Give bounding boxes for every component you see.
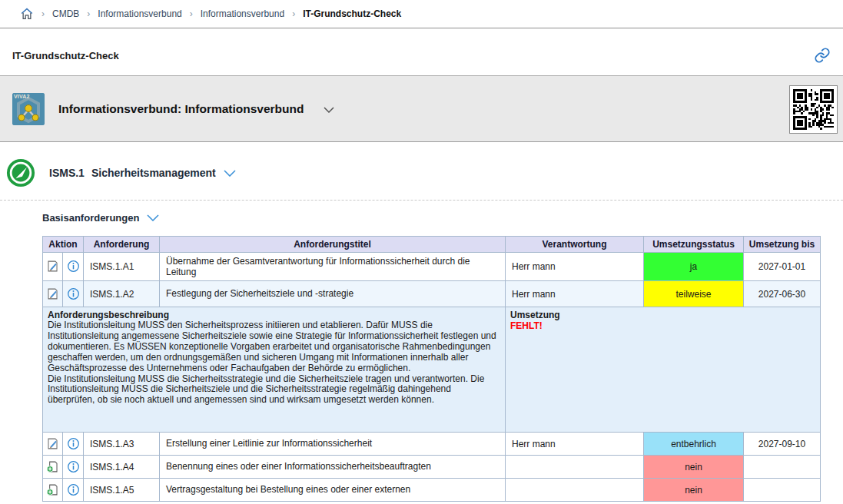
breadcrumb-cmdb[interactable]: CMDB <box>52 8 79 19</box>
edit-document-icon[interactable] <box>46 260 60 274</box>
status-cell: teilweise <box>644 281 744 307</box>
col-header-anforderungstitel: Anforderungstitel <box>160 237 506 253</box>
table-row: ISMS.1.A1 Übernahme der Gesamtverantwort… <box>43 253 821 281</box>
due-date <box>744 479 821 502</box>
info-icon[interactable] <box>66 437 80 451</box>
isms-chevron-down-icon[interactable] <box>224 166 236 180</box>
table-row: ISMS.1.A3 Erstellung einer Leitlinie zur… <box>43 433 821 456</box>
info-icon[interactable] <box>66 483 80 497</box>
due-date: 2027-01-01 <box>744 253 821 281</box>
due-date <box>744 456 821 479</box>
table-header-row: Aktion Anforderung Anforderungstitel Ver… <box>43 237 821 253</box>
edit-document-icon[interactable] <box>46 287 60 301</box>
breadcrumb: › CMDB › Informationsverbund › Informati… <box>0 0 843 28</box>
add-document-icon[interactable] <box>46 460 60 474</box>
requirement-id: ISMS.1.A1 <box>84 253 160 281</box>
breadcrumb-separator: › <box>190 8 193 19</box>
dashed-separator <box>0 200 843 201</box>
implementation-cell: Umsetzung FEHLT! <box>506 307 821 433</box>
description-paragraph: Die Institutionsleitung MUSS den Sicherh… <box>48 320 500 374</box>
breadcrumb-separator: › <box>41 8 45 19</box>
breadcrumb-separator: › <box>87 8 90 19</box>
edit-document-icon[interactable] <box>46 437 60 451</box>
requirement-responsible: Herr mann <box>506 281 644 307</box>
requirement-title: Vertragsgestaltung bei Bestellung eines … <box>160 479 506 502</box>
requirement-responsible: Herr mann <box>506 253 644 281</box>
info-icon[interactable] <box>66 260 80 274</box>
table-row: ISMS.1.A5 Vertragsgestaltung bei Bestell… <box>43 479 821 502</box>
status-cell: entbehrlich <box>644 433 744 456</box>
due-date: 2027-06-30 <box>744 281 821 307</box>
requirement-description-row: Anforderungsbeschreibung Die Institution… <box>43 307 821 433</box>
due-date: 2027-09-10 <box>744 433 821 456</box>
page-title: IT-Grundschutz-Check <box>12 50 119 61</box>
status-cell: ja <box>644 253 744 281</box>
object-icon-label: VIVA2 <box>14 94 30 99</box>
requirement-id: ISMS.1.A3 <box>84 433 160 456</box>
requirement-title: Festlegung der Sicherheitsziele und -str… <box>160 281 506 307</box>
requirement-responsible <box>506 479 644 502</box>
qr-code <box>789 85 838 134</box>
title-bar: IT-Grundschutz-Check <box>0 28 843 75</box>
add-document-icon[interactable] <box>46 483 60 497</box>
basisanforderungen-chevron-down-icon[interactable] <box>147 211 159 224</box>
info-icon[interactable] <box>66 460 80 474</box>
requirement-title: Benennung eines oder einer Informationss… <box>160 456 506 479</box>
isms-section-title: ISMS.1Sicherheitsmanagement <box>49 167 216 179</box>
description-paragraph: Die Institutionsleitung MUSS die Sicherh… <box>48 374 500 406</box>
requirement-id: ISMS.1.A5 <box>84 479 160 502</box>
requirement-id: ISMS.1.A4 <box>84 456 160 479</box>
table-row: ISMS.1.A4 Benennung eines oder einer Inf… <box>43 456 821 479</box>
object-banner: VIVA2 Informationsverbund: Informationsv… <box>0 75 843 142</box>
requirement-responsible <box>506 456 644 479</box>
info-icon[interactable] <box>66 287 80 301</box>
isms-section-name: Sicherheitsmanagement <box>91 167 216 179</box>
implementation-heading: Umsetzung <box>510 310 815 320</box>
col-header-verantwortung: Verantwortung <box>506 237 644 253</box>
isms-section-header: ISMS.1Sicherheitsmanagement <box>6 158 843 187</box>
object-title: Informationsverbund: Informationsverbund <box>58 102 304 116</box>
requirements-table: Aktion Anforderung Anforderungstitel Ver… <box>42 236 821 502</box>
requirement-id: ISMS.1.A2 <box>84 281 160 307</box>
status-cell: nein <box>644 479 744 502</box>
informationsverbund-object-icon: VIVA2 <box>12 93 45 125</box>
col-header-umsetzung-bis: Umsetzung bis <box>744 237 821 253</box>
col-header-anforderung: Anforderung <box>84 237 160 253</box>
status-cell: nein <box>644 456 744 479</box>
requirement-title: Erstellung einer Leitlinie zur Informati… <box>160 433 506 456</box>
breadcrumb-current: IT-Grundschutz-Check <box>303 8 401 19</box>
requirement-title: Übernahme der Gesamtverantwortung für In… <box>160 253 506 281</box>
basisanforderungen-label: Basisanforderungen <box>42 212 139 224</box>
requirement-responsible: Herr mann <box>506 433 644 456</box>
home-icon[interactable] <box>20 7 34 21</box>
permalink-icon[interactable] <box>814 47 831 64</box>
description-heading: Anforderungsbeschreibung <box>48 310 500 320</box>
breadcrumb-informationsverbund-type[interactable]: Informationsverbund <box>98 8 181 19</box>
breadcrumb-separator: › <box>292 8 295 19</box>
implementation-missing-value: FEHLT! <box>510 320 815 331</box>
table-row: ISMS.1.A2 Festlegung der Sicherheitsziel… <box>43 281 821 307</box>
isms-compass-icon <box>6 158 35 187</box>
basisanforderungen-header: Basisanforderungen <box>42 211 843 224</box>
col-header-aktion: Aktion <box>43 237 84 253</box>
isms-section-id: ISMS.1 <box>49 167 85 179</box>
requirement-description-cell: Anforderungsbeschreibung Die Institution… <box>43 307 506 433</box>
col-header-umsetzungsstatus: Umsetzungsstatus <box>644 237 744 253</box>
object-chevron-down-icon[interactable] <box>324 102 334 116</box>
breadcrumb-informationsverbund-object[interactable]: Informationsverbund <box>201 8 284 19</box>
